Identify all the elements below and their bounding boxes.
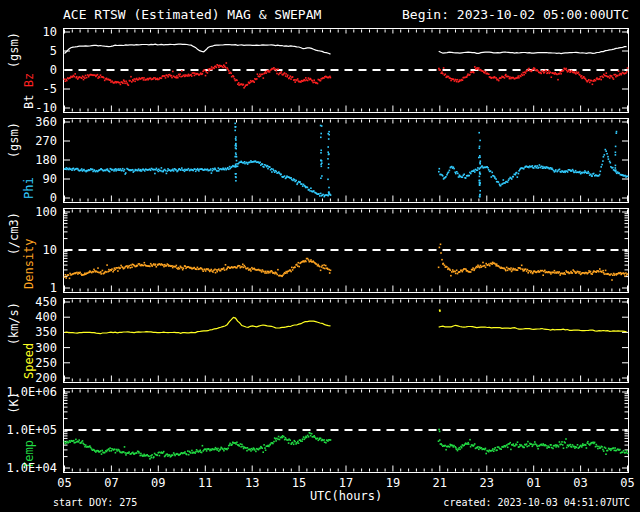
ace-rtsw-chart: ACE RTSW (Estimated) MAG & SWEPAM Begin:… (0, 0, 640, 512)
x-tick-label: 07 (96, 476, 126, 490)
series-bz (64, 62, 629, 88)
y-tick-label: 0 (0, 191, 57, 205)
y-tick-label: 360 (0, 115, 57, 129)
x-tick-label: 17 (331, 476, 361, 490)
y-tick-label: 350 (0, 325, 57, 339)
x-tick-label: 13 (237, 476, 267, 490)
plot-area-phi (63, 118, 629, 203)
y-tick-label: 10 (0, 243, 57, 257)
series-phi (64, 123, 629, 198)
y-tick-label: 0 (0, 63, 57, 77)
x-tick-label: 21 (425, 476, 455, 490)
axis-box (64, 299, 629, 383)
series-speed (65, 309, 627, 333)
created-timestamp: created: 2023-10-03 04:51:07UTC (443, 497, 630, 508)
y-tick-label: 1.0E+06 (0, 385, 57, 399)
y-tick-label: 400 (0, 310, 57, 324)
begin-timestamp: Begin: 2023-10-02 05:00:00UTC (402, 7, 629, 22)
x-tick-label: 05 (613, 476, 640, 490)
y-tick-label: 1.0E+04 (0, 461, 57, 475)
y-tick-label: 5 (0, 44, 57, 58)
plot-area-density (63, 208, 629, 293)
panel-density: (/cm3)Density100101 (0, 208, 640, 293)
y-tick-label: -5 (0, 82, 57, 96)
axis-box (64, 119, 629, 203)
y-tick-label: -10 (0, 101, 57, 115)
plot-area-mag (63, 28, 629, 113)
x-tick-label: 03 (566, 476, 596, 490)
y-tick-label: 300 (0, 341, 57, 355)
x-tick-label: 11 (190, 476, 220, 490)
y-tick-label: 90 (0, 172, 57, 186)
panel-speed: (km/s)Speed450400350300250200 (0, 298, 640, 383)
plot-area-temp (63, 388, 629, 473)
panel-phi: (gsm)Phi360270180900 (0, 118, 640, 203)
x-tick-label: 01 (519, 476, 549, 490)
y-tick-label: 1 (0, 281, 57, 295)
x-tick-label: 05 (50, 476, 80, 490)
y-tick-label: 200 (0, 371, 57, 385)
y-tick-label: 180 (0, 153, 57, 167)
panel-temp: (K)Temp1.0E+061.0E+051.0E+04 (0, 388, 640, 473)
page-title: ACE RTSW (Estimated) MAG & SWEPAM (63, 7, 321, 22)
y-tick-label: 270 (0, 134, 57, 148)
y-tick-label: 450 (0, 295, 57, 309)
x-tick-label: 19 (378, 476, 408, 490)
x-tick-label: 09 (143, 476, 173, 490)
x-tick-label: 23 (472, 476, 502, 490)
y-tick-label: 250 (0, 356, 57, 370)
y-tick-label: 10 (0, 25, 57, 39)
start-doy: start DOY: 275 (53, 497, 137, 508)
x-tick-label: 15 (284, 476, 314, 490)
y-tick-label: 100 (0, 205, 57, 219)
panel-mag: (gsm)Bt Bz1050-5-10 (0, 28, 640, 113)
y-tick-label: 1.0E+05 (0, 423, 57, 437)
series-temp (64, 429, 629, 460)
plot-area-speed (63, 298, 629, 383)
series-bt (65, 44, 627, 54)
